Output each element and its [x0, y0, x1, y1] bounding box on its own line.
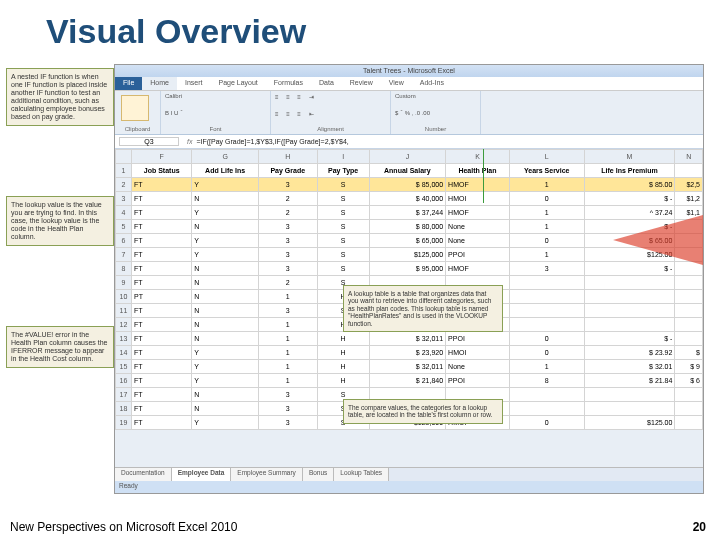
table-row[interactable]: 16FTY1H$ 21,840PPOI8$ 21.84$ 6	[116, 374, 703, 388]
tab-file[interactable]: File	[115, 77, 142, 90]
tab-review[interactable]: Review	[342, 77, 381, 90]
callout-lookup-table: A lookup table is a table that organizes…	[343, 285, 503, 332]
highlight-arrow	[613, 215, 703, 265]
ribbon-tabs: File Home Insert Page Layout Formulas Da…	[115, 77, 703, 91]
callout-iferror: The #VALUE! error in the Health Plan col…	[6, 326, 114, 368]
group-alignment: Alignment	[275, 126, 386, 132]
name-box[interactable]: Q3	[119, 137, 179, 146]
footer-left: New Perspectives on Microsoft Excel 2010	[10, 520, 237, 534]
number-format[interactable]: Custom	[395, 93, 476, 99]
group-clipboard: Clipboard	[119, 126, 156, 132]
sheet-employee-data[interactable]: Employee Data	[172, 468, 232, 481]
page-number: 20	[693, 520, 706, 534]
sheet-bonus[interactable]: Bonus	[303, 468, 334, 481]
tab-addins[interactable]: Add-Ins	[412, 77, 452, 90]
table-row[interactable]: 2FTY3S$ 85,000HMOF1$ 85.00$2,5	[116, 178, 703, 192]
callout-lookup-value: The lookup value is the value you are tr…	[6, 196, 114, 246]
callout-nested-if: A nested IF function is when one IF func…	[6, 68, 114, 126]
formula-bar: Q3 fx =IF([Pay Grade]=1,$Y$3,IF([Pay Gra…	[115, 135, 703, 149]
tab-view[interactable]: View	[381, 77, 412, 90]
group-font: Font	[165, 126, 266, 132]
table-row[interactable]: 15FTY1H$ 32,011None1$ 32.01$ 9	[116, 360, 703, 374]
font-buttons[interactable]: B I U ˅	[165, 109, 266, 116]
sheet-tabs: Documentation Employee Data Employee Sum…	[115, 467, 703, 481]
table-row[interactable]: 14FTY1H$ 23,920HMOI0$ 23.92$	[116, 346, 703, 360]
paste-button[interactable]	[121, 95, 149, 121]
ribbon: Clipboard Calibri B I U ˅ Font ≡ ≡ ≡ ⇥ ≡…	[115, 91, 703, 135]
col-headers: FGHIJKLMN	[116, 150, 703, 164]
sheet-documentation[interactable]: Documentation	[115, 468, 172, 481]
trace-line	[483, 149, 484, 203]
formula-text[interactable]: =IF([Pay Grade]=1,$Y$3,IF([Pay Grade]=2,…	[196, 138, 348, 145]
group-number: Number	[395, 126, 476, 132]
tab-home[interactable]: Home	[142, 77, 177, 90]
sheet-employee-summary[interactable]: Employee Summary	[231, 468, 303, 481]
field-headers: 1 Job StatusAdd Life InsPay GradePay Typ…	[116, 164, 703, 178]
tab-data[interactable]: Data	[311, 77, 342, 90]
font-name[interactable]: Calibri	[165, 93, 266, 99]
status-bar: Ready	[115, 481, 703, 493]
tab-formulas[interactable]: Formulas	[266, 77, 311, 90]
excel-window: Talent Trees - Microsoft Excel File Home…	[114, 64, 704, 494]
slide-title: Visual Overview	[0, 0, 720, 61]
table-row[interactable]: 3FTN2S$ 40,000HMOI0$ -$1,2	[116, 192, 703, 206]
tab-page-layout[interactable]: Page Layout	[210, 77, 265, 90]
tab-insert[interactable]: Insert	[177, 77, 211, 90]
fx-icon[interactable]: fx	[183, 138, 196, 145]
table-row[interactable]: 13FTN1H$ 32,011PPOI0$ -	[116, 332, 703, 346]
sheet-lookup-tables[interactable]: Lookup Tables	[334, 468, 389, 481]
window-titlebar: Talent Trees - Microsoft Excel	[115, 65, 703, 77]
callout-compare-values: The compare values, the categories for a…	[343, 399, 503, 424]
